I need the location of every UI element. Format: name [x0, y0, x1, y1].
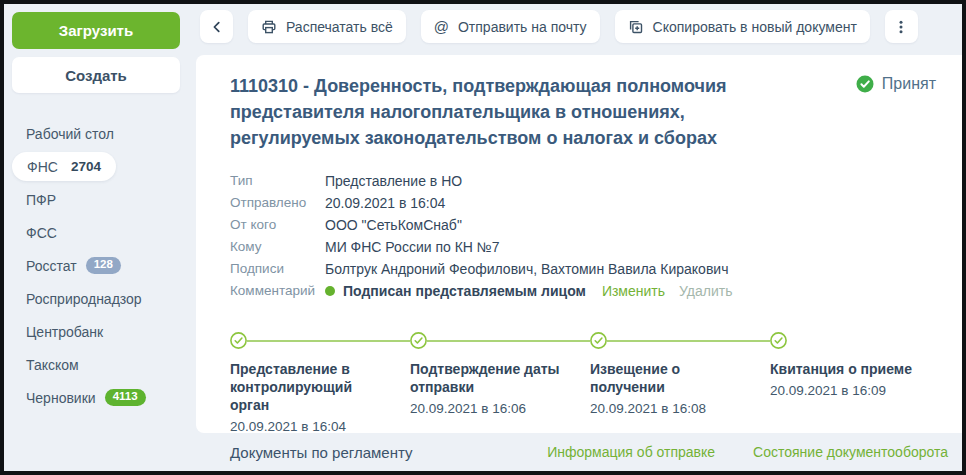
timeline-step-1: Представление в контролирующий орган 20.…: [230, 332, 410, 433]
footer-bar: Документы по регламенту Информация об от…: [196, 433, 962, 471]
send-to-email-button[interactable]: @ Отправить на почту: [421, 10, 600, 43]
field-value: Представление в НО: [325, 170, 462, 192]
sidebar-item-rosstat[interactable]: Росстат 128: [8, 249, 196, 282]
sidebar-item-label: Такском: [26, 357, 79, 373]
sending-info-link[interactable]: Информация об отправке: [547, 444, 715, 460]
timeline-step-title: Представление в контролирующий орган: [230, 360, 410, 414]
timeline-connector: [427, 340, 590, 342]
sidebar-item-fns[interactable]: ФНС 2704: [8, 150, 196, 183]
sidebar-item-label: ПФР: [26, 192, 56, 208]
timeline-step-date: 20.09.2021 в 16:08: [590, 401, 770, 416]
field-value: 20.09.2021 в 16:04: [325, 192, 445, 214]
count-badge: 4113: [105, 389, 146, 406]
timeline-step-3: Извещение о получении 20.09.2021 в 16:08: [590, 332, 770, 433]
print-all-label: Распечатать всё: [286, 19, 393, 35]
count-badge: 128: [86, 257, 121, 274]
timeline-connector: [247, 340, 410, 342]
sidebar-item-rosprirodnadzor[interactable]: Росприроднадзор: [8, 282, 196, 315]
timeline-step-title: Извещение о получении: [590, 360, 770, 396]
create-button[interactable]: Создать: [12, 57, 180, 93]
sidebar-item-count: 2704: [71, 159, 101, 174]
sidebar-item-label: ФНС: [27, 159, 58, 175]
field-label: Подписи: [230, 258, 325, 280]
timeline-step-date: 20.09.2021 в 16:06: [410, 401, 590, 416]
printer-icon: [261, 19, 277, 35]
field-row-comment: Комментарий Подписан представляемым лицо…: [230, 280, 942, 302]
status-badge: Принят: [856, 75, 942, 93]
document-flow-timeline: Представление в контролирующий орган 20.…: [230, 332, 942, 433]
print-all-button[interactable]: Распечатать всё: [248, 10, 406, 43]
timeline-step-date: 20.09.2021 в 16:04: [230, 419, 410, 433]
field-row-from: От кого ООО "СетьКомСнаб": [230, 214, 942, 236]
sidebar-item-label: Черновики: [26, 390, 96, 406]
field-row-sent: Отправлено 20.09.2021 в 16:04: [230, 192, 942, 214]
field-value: ООО "СетьКомСнаб": [325, 214, 462, 236]
signed-status-dot-icon: [325, 286, 335, 296]
sidebar-item-label: Центробанк: [26, 324, 103, 340]
status-label: Принят: [882, 75, 936, 93]
document-title: 1110310 - Доверенность, подтверждающая п…: [230, 73, 800, 151]
app-window: Загрузить Создать Рабочий стол ФНС 2704 …: [0, 0, 966, 475]
sidebar-item-drafts[interactable]: Черновики 4113: [8, 381, 196, 414]
comment-content: Подписан представляемым лицом Изменить У…: [325, 280, 732, 302]
sidebar-item-fss[interactable]: ФСС: [8, 216, 196, 249]
at-icon: @: [434, 18, 449, 35]
sidebar-item-pfr[interactable]: ПФР: [8, 183, 196, 216]
sidebar-nav: Рабочий стол ФНС 2704 ПФР ФСС Росстат 12…: [8, 117, 196, 414]
toolbar: Распечатать всё @ Отправить на почту Ско…: [196, 4, 962, 55]
copy-to-new-document-label: Скопировать в новый документ: [653, 19, 857, 35]
edit-comment-link[interactable]: Изменить: [602, 280, 665, 302]
timeline-step-title: Квитанция о приеме: [770, 360, 950, 378]
field-row-to: Кому МИ ФНС России по КН №7: [230, 236, 942, 258]
sidebar: Загрузить Создать Рабочий стол ФНС 2704 …: [4, 4, 196, 471]
field-label: Отправлено: [230, 192, 325, 214]
sidebar-item-label: Рабочий стол: [26, 126, 114, 142]
kebab-menu-icon: [894, 19, 908, 35]
timeline-step-date: 20.09.2021 в 16:09: [770, 383, 950, 398]
chevron-left-icon: [210, 20, 224, 34]
field-label: От кого: [230, 214, 325, 236]
field-row-signatures: Подписи Болтрук Андроний Феофилович, Вах…: [230, 258, 942, 280]
check-circle-outline-icon: [770, 332, 787, 349]
sidebar-item-label: Росстат: [26, 258, 77, 274]
docflow-state-link[interactable]: Состояние документооборота: [753, 444, 948, 460]
sidebar-item-desktop[interactable]: Рабочий стол: [8, 117, 196, 150]
sidebar-item-takskom[interactable]: Такском: [8, 348, 196, 381]
sidebar-item-centrobank[interactable]: Центробанк: [8, 315, 196, 348]
main-area: Распечатать всё @ Отправить на почту Ско…: [196, 4, 962, 471]
comment-text: Подписан представляемым лицом: [343, 280, 586, 302]
send-to-email-label: Отправить на почту: [458, 19, 587, 35]
more-actions-button[interactable]: [885, 10, 918, 43]
document-fields: Тип Представление в НО Отправлено 20.09.…: [230, 170, 942, 302]
copy-plus-icon: [628, 19, 644, 35]
delete-comment-link[interactable]: Удалить: [679, 280, 732, 302]
timeline-connector: [607, 340, 770, 342]
selected-item-pill: ФНС 2704: [12, 152, 116, 181]
copy-to-new-document-button[interactable]: Скопировать в новый документ: [615, 10, 870, 43]
back-button[interactable]: [200, 10, 233, 43]
field-label: Тип: [230, 170, 325, 192]
sidebar-item-label: ФСС: [26, 225, 57, 241]
field-label: Комментарий: [230, 280, 325, 302]
timeline-step-title: Подтверждение даты отправки: [410, 360, 590, 396]
check-circle-icon: [856, 75, 874, 93]
timeline-step-4: Квитанция о приеме 20.09.2021 в 16:09: [770, 332, 950, 433]
sidebar-item-label: Росприроднадзор: [26, 291, 142, 307]
document-header: 1110310 - Доверенность, подтверждающая п…: [230, 73, 942, 151]
footer-title: Документы по регламенту: [230, 444, 509, 461]
field-value: Болтрук Андроний Феофилович, Вахтомин Ва…: [325, 258, 728, 280]
check-circle-outline-icon: [230, 332, 247, 349]
timeline-step-2: Подтверждение даты отправки 20.09.2021 в…: [410, 332, 590, 433]
field-label: Кому: [230, 236, 325, 258]
check-circle-outline-icon: [590, 332, 607, 349]
document-card: 1110310 - Доверенность, подтверждающая п…: [196, 55, 962, 433]
check-circle-outline-icon: [410, 332, 427, 349]
field-value: МИ ФНС России по КН №7: [325, 236, 500, 258]
field-row-type: Тип Представление в НО: [230, 170, 942, 192]
upload-button[interactable]: Загрузить: [12, 12, 180, 49]
